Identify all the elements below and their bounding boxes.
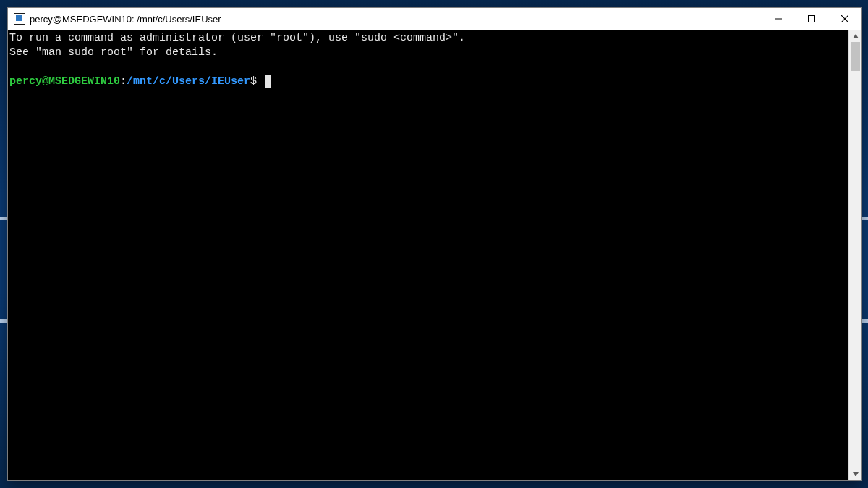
- prompt-user-host: percy@MSEDGEWIN10: [9, 75, 120, 88]
- prompt-cwd: /mnt/c/Users/IEUser: [127, 75, 250, 88]
- scrollbar-thumb[interactable]: [851, 42, 860, 71]
- desktop-background: percy@MSEDGEWIN10: /mnt/c/Users/IEUser: [0, 0, 868, 488]
- app-icon: [14, 13, 25, 25]
- svg-rect-1: [809, 16, 815, 22]
- window-title: percy@MSEDGEWIN10: /mnt/c/Users/IEUser: [30, 14, 221, 25]
- scrollbar-track[interactable]: [849, 42, 861, 468]
- shell-prompt: percy@MSEDGEWIN10:/mnt/c/Users/IEUser$: [9, 75, 257, 88]
- maximize-icon: [808, 15, 815, 22]
- close-button[interactable]: [828, 8, 861, 30]
- client-area: To run a command as administrator (user …: [8, 30, 861, 480]
- scroll-down-button[interactable]: [849, 468, 861, 480]
- chevron-up-icon: [853, 34, 859, 38]
- text-cursor: [265, 75, 271, 88]
- prompt-colon: :: [120, 75, 127, 88]
- minimize-button[interactable]: [762, 8, 795, 30]
- terminal-window: percy@MSEDGEWIN10: /mnt/c/Users/IEUser: [7, 7, 862, 481]
- terminal-output-line: See "man sudo_root" for details.: [9, 46, 218, 59]
- prompt-sigil: $: [250, 75, 257, 88]
- window-controls: [762, 8, 861, 30]
- terminal-output-line: To run a command as administrator (user …: [9, 32, 465, 44]
- chevron-down-icon: [853, 472, 859, 476]
- close-icon: [841, 15, 848, 22]
- scroll-up-button[interactable]: [849, 30, 861, 42]
- vertical-scrollbar[interactable]: [848, 30, 861, 480]
- titlebar[interactable]: percy@MSEDGEWIN10: /mnt/c/Users/IEUser: [8, 8, 861, 30]
- maximize-button[interactable]: [795, 8, 828, 30]
- minimize-icon: [775, 15, 782, 22]
- terminal-viewport[interactable]: To run a command as administrator (user …: [8, 30, 848, 480]
